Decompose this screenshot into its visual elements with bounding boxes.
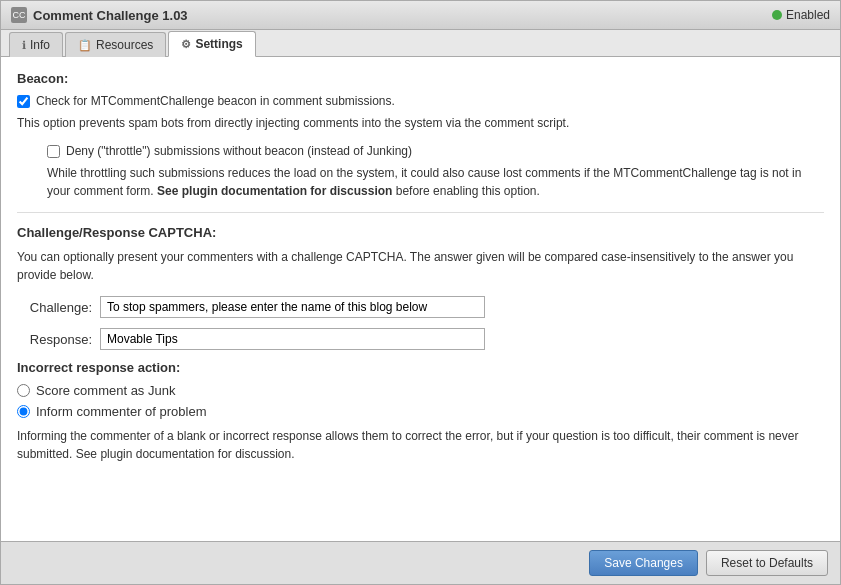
- footer: Save Changes Reset to Defaults: [1, 541, 840, 584]
- tabs-bar: ℹ Info 📋 Resources ⚙ Settings: [1, 30, 840, 57]
- section-divider-1: [17, 212, 824, 213]
- throttle-note: While throttling such submissions reduce…: [47, 164, 824, 200]
- beacon-checkbox-row: Check for MTCommentChallenge beacon in c…: [17, 94, 824, 108]
- beacon-section: Beacon: Check for MTCommentChallenge bea…: [17, 71, 824, 200]
- inform-radio-label: Inform commenter of problem: [36, 404, 207, 419]
- challenge-label: Challenge:: [17, 300, 92, 315]
- info-icon: ℹ: [22, 39, 26, 52]
- response-label: Response:: [17, 332, 92, 347]
- response-input[interactable]: [100, 328, 485, 350]
- incorrect-response-label: Incorrect response action:: [17, 360, 824, 375]
- tab-settings-label: Settings: [195, 37, 242, 51]
- radio-inform-row: Inform commenter of problem: [17, 404, 824, 419]
- tab-info[interactable]: ℹ Info: [9, 32, 63, 57]
- main-content: Beacon: Check for MTCommentChallenge bea…: [1, 57, 840, 541]
- save-button[interactable]: Save Changes: [589, 550, 698, 576]
- throttle-checkbox-row: Deny ("throttle") submissions without be…: [47, 144, 824, 158]
- score-radio-label: Score comment as Junk: [36, 383, 175, 398]
- incorrect-response-section: Incorrect response action: Score comment…: [17, 360, 824, 463]
- beacon-description: This option prevents spam bots from dire…: [17, 114, 824, 132]
- challenge-input[interactable]: [100, 296, 485, 318]
- status-label: Enabled: [786, 8, 830, 22]
- captcha-description: You can optionally present your commente…: [17, 248, 824, 284]
- tab-settings[interactable]: ⚙ Settings: [168, 31, 255, 57]
- settings-icon: ⚙: [181, 38, 191, 51]
- response-field-row: Response:: [17, 328, 824, 350]
- titlebar-left: CC Comment Challenge 1.03: [11, 7, 188, 23]
- throttle-note-suffix: before enabling this option.: [392, 184, 539, 198]
- beacon-checkbox[interactable]: [17, 95, 30, 108]
- beacon-checkbox-label: Check for MTCommentChallenge beacon in c…: [36, 94, 395, 108]
- throttle-note-bold: See plugin documentation for discussion: [157, 184, 392, 198]
- throttle-checkbox-label: Deny ("throttle") submissions without be…: [66, 144, 412, 158]
- app-title: Comment Challenge 1.03: [33, 8, 188, 23]
- status-indicator: Enabled: [772, 8, 830, 22]
- radio-score-row: Score comment as Junk: [17, 383, 824, 398]
- status-dot-icon: [772, 10, 782, 20]
- captcha-section: Challenge/Response CAPTCHA: You can opti…: [17, 225, 824, 350]
- challenge-field-row: Challenge:: [17, 296, 824, 318]
- reset-button[interactable]: Reset to Defaults: [706, 550, 828, 576]
- inform-radio[interactable]: [17, 405, 30, 418]
- titlebar: CC Comment Challenge 1.03 Enabled: [1, 1, 840, 30]
- beacon-label: Beacon:: [17, 71, 824, 86]
- main-window: CC Comment Challenge 1.03 Enabled ℹ Info…: [0, 0, 841, 585]
- incorrect-response-description: Informing the commenter of a blank or in…: [17, 427, 824, 463]
- score-radio[interactable]: [17, 384, 30, 397]
- throttle-checkbox[interactable]: [47, 145, 60, 158]
- captcha-label: Challenge/Response CAPTCHA:: [17, 225, 824, 240]
- app-icon: CC: [11, 7, 27, 23]
- tab-resources-label: Resources: [96, 38, 153, 52]
- tab-resources[interactable]: 📋 Resources: [65, 32, 166, 57]
- resources-icon: 📋: [78, 39, 92, 52]
- beacon-indented: Deny ("throttle") submissions without be…: [47, 144, 824, 200]
- tab-info-label: Info: [30, 38, 50, 52]
